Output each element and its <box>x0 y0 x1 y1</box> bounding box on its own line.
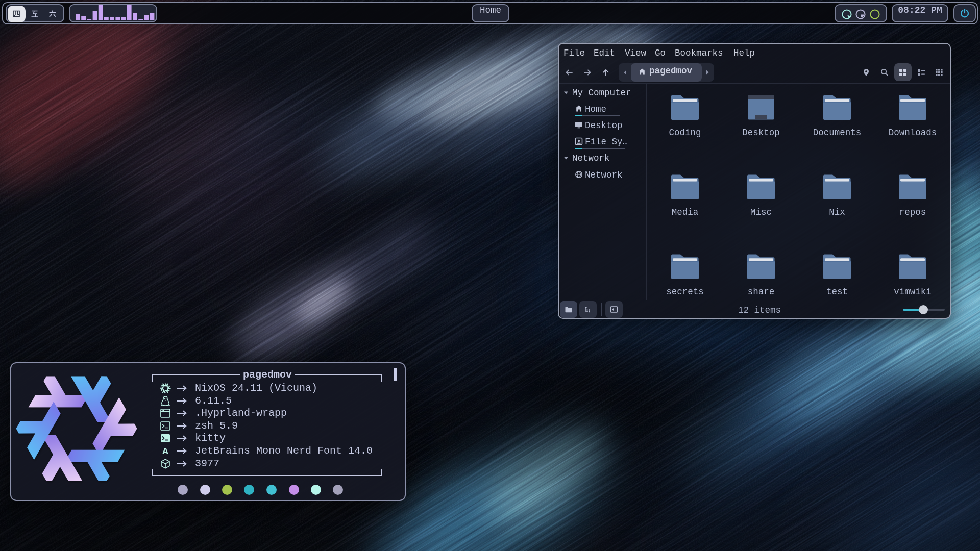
svg-text:A: A <box>162 446 168 457</box>
